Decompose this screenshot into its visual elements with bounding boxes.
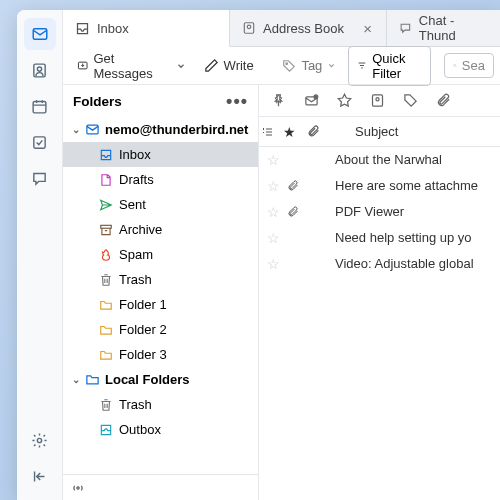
col-attachment[interactable] — [301, 125, 325, 138]
folder-local-trash[interactable]: Trash — [63, 392, 258, 417]
star-icon[interactable]: ☆ — [259, 204, 287, 220]
space-address-book[interactable] — [24, 54, 56, 86]
folder-folder3[interactable]: Folder 3 — [63, 342, 258, 367]
search-placeholder: Sea — [462, 58, 485, 73]
outbox-icon — [97, 423, 115, 437]
folder-trash[interactable]: Trash — [63, 267, 258, 292]
toolbar: Get Messages Write Tag Quick Filter — [63, 47, 500, 85]
search-icon — [453, 59, 457, 72]
folder-label: Folder 1 — [119, 297, 167, 312]
message-row[interactable]: ☆ Need help setting up yo — [259, 225, 500, 251]
chat-icon — [399, 21, 412, 35]
local-folder-icon — [83, 372, 101, 387]
folder-pane-menu[interactable]: ••• — [226, 91, 248, 112]
space-settings[interactable] — [24, 424, 56, 456]
folder-sent[interactable]: Sent — [63, 192, 258, 217]
drafts-icon — [97, 173, 115, 187]
tag-filter[interactable] — [399, 90, 422, 111]
subject-cell: Video: Adjustable global — [315, 256, 500, 271]
tab-inbox[interactable]: Inbox — [63, 10, 230, 47]
folder-tree: ⌄ nemo@thunderbird.net Inbox Drafts — [63, 117, 258, 500]
folder-outbox[interactable]: Outbox — [63, 417, 258, 442]
folder-archive[interactable]: Archive — [63, 217, 258, 242]
message-list: ☆ About the Narwhal ☆ Here are some atta… — [259, 147, 500, 500]
account-local-folders[interactable]: ⌄ Local Folders — [63, 367, 258, 392]
get-messages-button[interactable]: Get Messages — [69, 46, 166, 86]
folder-drafts[interactable]: Drafts — [63, 167, 258, 192]
svg-rect-3 — [33, 101, 46, 112]
space-mail[interactable] — [24, 18, 56, 50]
folder-folder1[interactable]: Folder 1 — [63, 292, 258, 317]
pin-filter[interactable] — [267, 90, 290, 111]
main-area: Inbox Address Book × Chat - Thund Get Me… — [63, 10, 500, 500]
folder-inbox[interactable]: Inbox — [63, 142, 258, 167]
folder-label: Inbox — [119, 147, 151, 162]
filter-icon — [357, 59, 367, 72]
folder-pane-header: Folders ••• — [63, 85, 258, 117]
tag-button[interactable]: Tag — [274, 53, 344, 78]
svg-point-7 — [247, 25, 251, 29]
contact-filter[interactable] — [366, 90, 389, 111]
tab-chat[interactable]: Chat - Thund — [387, 10, 500, 46]
tab-label: Inbox — [97, 21, 129, 36]
svg-point-2 — [37, 66, 41, 70]
attachment-filter[interactable] — [432, 90, 455, 111]
svg-point-5 — [37, 438, 41, 442]
trash-icon — [97, 398, 115, 412]
svg-point-9 — [286, 62, 288, 64]
pencil-icon — [204, 58, 219, 73]
tab-address-book[interactable]: Address Book × — [230, 10, 387, 46]
space-calendar[interactable] — [24, 90, 56, 122]
svg-point-10 — [454, 64, 456, 66]
folder-folder2[interactable]: Folder 2 — [63, 317, 258, 342]
folder-icon — [97, 298, 115, 312]
tab-bar: Inbox Address Book × Chat - Thund — [63, 10, 500, 47]
col-subject[interactable]: Subject — [325, 124, 500, 139]
twisty-icon[interactable]: ⌄ — [69, 124, 83, 135]
trash-icon — [97, 273, 115, 287]
star-icon[interactable]: ☆ — [259, 230, 287, 246]
folder-label: Trash — [119, 397, 152, 412]
account-row[interactable]: ⌄ nemo@thunderbird.net — [63, 117, 258, 142]
space-collapse[interactable] — [24, 460, 56, 492]
col-starred[interactable]: ★ — [277, 124, 301, 140]
folder-spam[interactable]: Spam — [63, 242, 258, 267]
quick-filter-button[interactable]: Quick Filter — [348, 46, 431, 86]
col-thread[interactable] — [259, 126, 277, 138]
subject-cell: PDF Viewer — [315, 204, 500, 219]
unread-filter[interactable] — [300, 90, 323, 111]
activity-icon[interactable] — [71, 481, 85, 495]
folder-label: Trash — [119, 272, 152, 287]
quick-filter-label: Quick Filter — [372, 51, 422, 81]
star-icon[interactable]: ☆ — [259, 152, 287, 168]
write-button[interactable]: Write — [196, 53, 262, 78]
svg-point-13 — [77, 486, 79, 488]
message-row[interactable]: ☆ About the Narwhal — [259, 147, 500, 173]
search-input[interactable]: Sea — [444, 53, 494, 78]
svg-rect-12 — [101, 225, 112, 228]
svg-rect-4 — [34, 136, 45, 147]
message-row[interactable]: ☆ Here are some attachme — [259, 173, 500, 199]
space-tasks[interactable] — [24, 126, 56, 158]
space-chat[interactable] — [24, 162, 56, 194]
subject-cell: Need help setting up yo — [315, 230, 500, 245]
chevron-down-icon — [176, 61, 186, 71]
folder-pane-title: Folders — [73, 94, 122, 109]
tab-label: Chat - Thund — [419, 13, 488, 43]
folder-icon — [97, 348, 115, 362]
star-icon[interactable]: ☆ — [259, 256, 287, 272]
folder-label: Folder 2 — [119, 322, 167, 337]
address-book-icon — [242, 21, 256, 35]
message-pane: ★ Subject ☆ About the Narwhal ☆ Here are… — [259, 85, 500, 500]
message-row[interactable]: ☆ PDF Viewer — [259, 199, 500, 225]
starred-filter[interactable] — [333, 90, 356, 111]
folder-label: Drafts — [119, 172, 154, 187]
star-icon[interactable]: ☆ — [259, 178, 287, 194]
close-icon[interactable]: × — [361, 20, 374, 37]
message-row[interactable]: ☆ Video: Adjustable global — [259, 251, 500, 277]
get-messages-dropdown[interactable] — [170, 56, 192, 76]
folder-pane: Folders ••• ⌄ nemo@thunderbird.net Inbox — [63, 85, 259, 500]
sent-icon — [97, 198, 115, 212]
spaces-toolbar — [17, 10, 63, 500]
twisty-icon[interactable]: ⌄ — [69, 374, 83, 385]
